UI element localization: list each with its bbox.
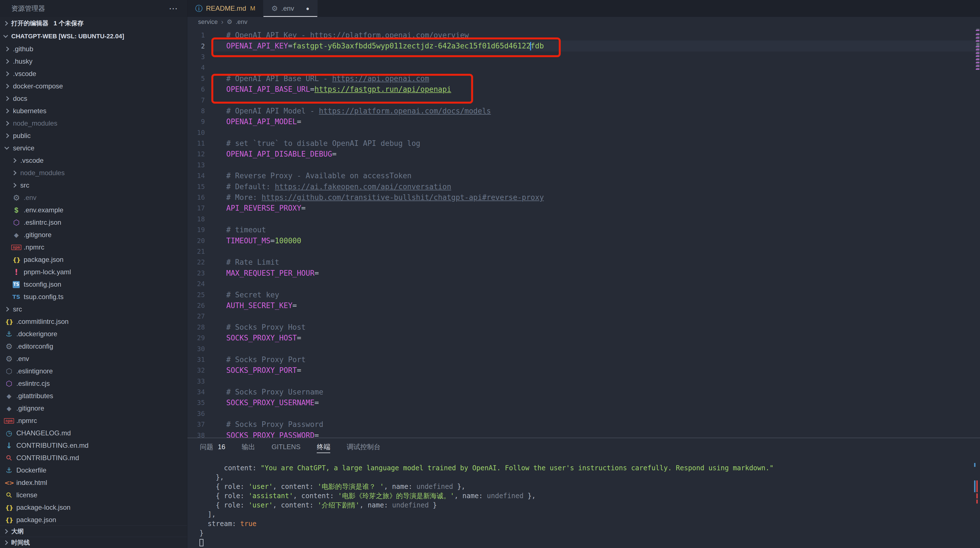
tree-folder-public[interactable]: public (0, 130, 187, 142)
tree-file-package.json[interactable]: {}package.json (0, 514, 187, 526)
tree-file-.dockerignore[interactable]: ⚓.dockerignore (0, 328, 187, 340)
code-line-11[interactable]: 11# set `true` to disable OpenAI API deb… (188, 138, 980, 149)
unsaved-count-badge: 1 个未保存 (54, 19, 83, 28)
terminal-output[interactable]: content: "You are ChatGPT, a large langu… (188, 456, 980, 548)
tree-file-.eslintignore[interactable]: ⬡.eslintignore (0, 365, 187, 377)
tab-debug-console[interactable]: 调试控制台 (347, 438, 380, 456)
tree-file-.gitattributes[interactable]: ◆.gitattributes (0, 390, 187, 402)
tree-file-package-lock.json[interactable]: {}package-lock.json (0, 501, 187, 514)
code-editor[interactable]: 1# OpenAI API Key - https://platform.ope… (188, 27, 980, 438)
tree-file-CHANGELOG.md[interactable]: ◷CHANGELOG.md (0, 427, 187, 439)
code-line-17[interactable]: 17API_REVERSE_PROXY= (188, 203, 980, 213)
section-outline[interactable]: 大纲 (0, 526, 187, 537)
code-line-12[interactable]: 12OPENAI_API_DISABLE_DEBUG= (188, 149, 980, 159)
tree-file-license[interactable]: ⚲license (0, 489, 187, 501)
tree-folder-.github[interactable]: .github (0, 43, 187, 55)
unsaved-dot-icon[interactable]: ● (306, 5, 309, 12)
code-line-35[interactable]: 35SOCKS_PROXY_USERNAME= (188, 397, 980, 408)
tree-file-.gitignore[interactable]: ◆.gitignore (0, 402, 187, 415)
tree-file-index.html[interactable]: <>index.html (0, 477, 187, 489)
tree-folder-node_modules[interactable]: node_modules (0, 117, 187, 130)
tree-file-tsconfig.json[interactable]: TStsconfig.json (0, 278, 187, 291)
tree-folder-.vscode[interactable]: .vscode (0, 68, 187, 80)
code-line-2[interactable]: 2OPENAI_API_KEY=fastgpt-y6b3axfbdd5wyp01… (188, 41, 980, 51)
tree-file-CONTRIBUTING.en.md[interactable]: ↓CONTRIBUTING.en.md (0, 439, 187, 452)
code-line-14[interactable]: 14# Reverse Proxy - Available on accessT… (188, 170, 980, 181)
code-line-27[interactable]: 27 (188, 311, 980, 322)
tree-folder-kubernetes[interactable]: kubernetes (0, 105, 187, 117)
more-actions-icon[interactable]: ⋯ (169, 3, 179, 14)
code-line-13[interactable]: 13 (188, 160, 980, 170)
code-line-5[interactable]: 5# OpenAI API Base URL - https://api.ope… (188, 73, 980, 84)
code-line-9[interactable]: 9OPENAI_API_MODEL= (188, 116, 980, 127)
code-line-15[interactable]: 15# Default: https://ai.fakeopen.com/api… (188, 181, 980, 192)
tab-terminal[interactable]: 终端 (317, 438, 330, 456)
code-line-32[interactable]: 32SOCKS_PROXY_PORT= (188, 365, 980, 376)
tree-file-pnpm-lock.yaml[interactable]: !pnpm-lock.yaml (0, 266, 187, 278)
section-open-editors[interactable]: 打开的编辑器 1 个未保存 (0, 17, 187, 30)
code-line-7[interactable]: 7 (188, 95, 980, 105)
code-line-38[interactable]: 38SOCKS_PROXY_PASSWORD= (188, 430, 980, 438)
tree-file-.commitlintrc.json[interactable]: {}.commitlintrc.json (0, 315, 187, 328)
code-line-30[interactable]: 30 (188, 343, 980, 354)
breadcrumb-file[interactable]: .env (235, 18, 247, 25)
tree-folder-docker-compose[interactable]: docker-compose (0, 80, 187, 92)
code-line-26[interactable]: 26AUTH_SECRET_KEY= (188, 300, 980, 311)
tree-folder-service[interactable]: service (0, 142, 187, 154)
tree-file-.env[interactable]: ⚙.env (0, 192, 187, 204)
section-project-root[interactable]: CHATGPT-WEB [WSL: UBUNTU-22.04] (0, 30, 187, 43)
code-line-6[interactable]: 6OPENAI_API_BASE_URL=https://fastgpt.run… (188, 84, 980, 95)
section-timeline[interactable]: 时间线 (0, 537, 187, 548)
ruler-mark (974, 480, 975, 492)
breadcrumb-folder[interactable]: service (198, 18, 218, 25)
code-line-21[interactable]: 21 (188, 246, 980, 257)
tree-file-tsup.config.ts[interactable]: TStsup.config.ts (0, 291, 187, 303)
code-line-31[interactable]: 31# Socks Proxy Port (188, 354, 980, 365)
explorer-header: 资源管理器 ⋯ (0, 0, 187, 17)
code-line-18[interactable]: 18 (188, 214, 980, 224)
tree-file-.env[interactable]: ⚙.env (0, 353, 187, 365)
code-line-28[interactable]: 28# Socks Proxy Host (188, 322, 980, 333)
code-line-8[interactable]: 8# OpenAI API Model - https://platform.o… (188, 106, 980, 116)
code-line-25[interactable]: 25# Secret key (188, 289, 980, 300)
code-line-33[interactable]: 33 (188, 376, 980, 387)
code-line-37[interactable]: 37# Socks Proxy Password (188, 419, 980, 430)
tree-file-.gitignore[interactable]: ◆.gitignore (0, 229, 187, 241)
tree-folder-src[interactable]: src (0, 179, 187, 192)
code-line-3[interactable]: 3 (188, 52, 980, 62)
tree-file-.env.example[interactable]: $.env.example (0, 204, 187, 216)
code-line-34[interactable]: 34# Socks Proxy Username (188, 387, 980, 397)
tree-folder-.vscode[interactable]: .vscode (0, 154, 187, 167)
tree-folder-docs[interactable]: docs (0, 92, 187, 105)
tree-folder-src[interactable]: src (0, 303, 187, 315)
code-line-23[interactable]: 23MAX_REQUEST_PER_HOUR= (188, 268, 980, 278)
tree-file-package.json[interactable]: {}package.json (0, 253, 187, 266)
line-number: 36 (188, 410, 212, 417)
tab-readme[interactable]: ⓘ README.md M (188, 0, 264, 17)
code-line-36[interactable]: 36 (188, 408, 980, 419)
tree-folder-.husky[interactable]: .husky (0, 55, 187, 68)
code-line-22[interactable]: 22# Rate Limit (188, 257, 980, 267)
tab-gitlens[interactable]: GITLENS (272, 438, 301, 456)
tree-file-.npmrc[interactable]: npm.npmrc (0, 241, 187, 253)
tree-file-.eslintrc.json[interactable]: ⬡.eslintrc.json (0, 216, 187, 229)
tree-file-.eslintrc.cjs[interactable]: ⬡.eslintrc.cjs (0, 377, 187, 390)
tree-folder-node_modules[interactable]: node_modules (0, 167, 187, 179)
code-line-29[interactable]: 29SOCKS_PROXY_HOST= (188, 333, 980, 343)
tree-file-CONTRIBUTING.md[interactable]: ⚲CONTRIBUTING.md (0, 452, 187, 464)
tree-file-.editorconfig[interactable]: ⚙.editorconfig (0, 340, 187, 353)
code-line-20[interactable]: 20TIMEOUT_MS=100000 (188, 235, 980, 246)
file-label: pnpm-lock.yaml (24, 268, 71, 276)
code-line-10[interactable]: 10 (188, 127, 980, 138)
code-line-24[interactable]: 24 (188, 278, 980, 289)
minimap[interactable] (975, 27, 980, 438)
code-line-16[interactable]: 16# More: https://github.com/transitive-… (188, 192, 980, 203)
tab-env[interactable]: ⚙ .env ● (264, 0, 318, 17)
tab-problems[interactable]: 问题 16 (200, 438, 226, 456)
code-line-19[interactable]: 19# timeout (188, 224, 980, 235)
code-line-1[interactable]: 1# OpenAI API Key - https://platform.ope… (188, 30, 980, 41)
tree-file-Dockerfile[interactable]: ⚓Dockerfile (0, 464, 187, 477)
tree-file-.npmrc[interactable]: npm.npmrc (0, 415, 187, 427)
tab-output[interactable]: 输出 (242, 438, 255, 456)
code-line-4[interactable]: 4 (188, 62, 980, 73)
